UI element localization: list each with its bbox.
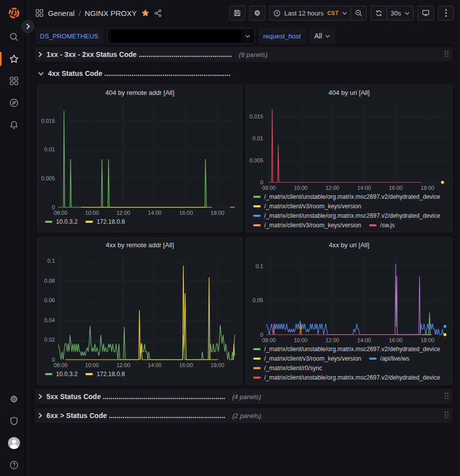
page-title[interactable]: NGINX PROXY	[85, 9, 137, 17]
sidebar-item-configuration[interactable]	[0, 388, 28, 410]
svg-text:08:00: 08:00	[54, 210, 68, 216]
legend-label: /_matrix/client/v3/room_keys/version	[264, 222, 361, 229]
legend-item[interactable]: /_matrix/client/r0/sync	[253, 365, 322, 372]
active-indicator	[0, 52, 1, 66]
sidebar-item-profile[interactable]	[0, 432, 28, 454]
apps-grid-icon[interactable]	[35, 8, 44, 17]
legend-item[interactable]: /_matrix/client/unstable/org.matrix.msc2…	[253, 346, 440, 353]
svg-text:0.06: 0.06	[44, 297, 55, 303]
svg-text:18:00: 18:00	[211, 362, 225, 368]
variable-select-request-host[interactable]: All	[309, 28, 335, 44]
panel-title[interactable]: 4xx by uri [All]	[246, 238, 452, 252]
favorite-star-icon[interactable]	[141, 8, 150, 17]
legend-item[interactable]: /_matrix/client/unstable/org.matrix.msc2…	[253, 374, 440, 381]
save-button[interactable]	[229, 5, 245, 20]
panel-grid: 404 by remote addr [All] 00.0050.010.015…	[37, 85, 453, 385]
svg-text:0.015: 0.015	[249, 113, 263, 119]
row-5xx[interactable]: 5xx Status Code ........................…	[35, 389, 453, 404]
sidebar-item-starred[interactable]	[0, 48, 28, 70]
panel-title[interactable]: 404 by uri [All]	[246, 85, 452, 99]
panel-legend: /_matrix/client/unstable/org.matrix.msc2…	[246, 345, 452, 384]
sidebar-expand-button[interactable]	[21, 20, 34, 33]
svg-text:18:00: 18:00	[421, 337, 435, 343]
variables-bar: DS_PROMETHEUS request_host All	[28, 26, 460, 46]
search-icon	[9, 32, 19, 42]
legend-swatch	[253, 205, 261, 207]
refresh-button[interactable]	[371, 5, 387, 20]
legend-label: /_matrix/client/v3/room_keys/version	[264, 355, 361, 362]
legend-item[interactable]: /_matrix/client/v3/room_keys/version	[253, 203, 361, 210]
dashboard-body: 1xx - 3xx - 2xx Status Code ............…	[28, 46, 460, 476]
chevron-right-icon	[38, 394, 42, 400]
sidebar-item-dashboards[interactable]	[0, 70, 28, 92]
panel-title[interactable]: 404 by remote addr [All]	[38, 85, 242, 99]
legend-item[interactable]: 10.0.3.2	[45, 371, 77, 378]
legend-item[interactable]: /api/live/ws	[369, 355, 410, 362]
legend-label: /api/live/ws	[380, 355, 410, 362]
legend-swatch	[253, 224, 261, 226]
sidebar-item-alerting[interactable]	[0, 114, 28, 136]
svg-text:12:00: 12:00	[116, 362, 130, 368]
chart-canvas[interactable]: 00.050.108:0010:0012:0014:0016:0018:00	[246, 252, 451, 345]
breadcrumb-section[interactable]: General	[48, 9, 74, 17]
row-drag-handle[interactable]	[445, 412, 450, 420]
dashboard-settings-button[interactable]	[249, 5, 265, 20]
legend-item[interactable]: 10.0.3.2	[45, 218, 77, 225]
refresh-icon	[375, 9, 383, 17]
chart-canvas[interactable]: 00.0050.010.01508:0010:0012:0014:0016:00…	[38, 99, 241, 217]
legend-item[interactable]: /sw.js	[369, 222, 395, 229]
row-6xx[interactable]: 6xx > Status Code ......................…	[35, 408, 453, 423]
svg-text:08:00: 08:00	[54, 362, 68, 368]
breadcrumb-separator: /	[78, 9, 80, 17]
cycle-view-mode-button[interactable]	[418, 5, 434, 20]
sidebar-item-server-admin[interactable]	[0, 410, 28, 432]
legend-label: 172.18.0.6	[96, 218, 125, 225]
svg-text:12:00: 12:00	[326, 185, 340, 191]
sidebar-item-help[interactable]	[0, 454, 28, 476]
chevron-right-icon	[26, 23, 30, 29]
save-icon	[233, 9, 241, 17]
main-area: General / NGINX PROXY	[28, 0, 460, 476]
variable-select-ds-prometheus[interactable]	[107, 28, 255, 44]
svg-text:14:00: 14:00	[148, 210, 162, 216]
row-drag-handle[interactable]	[445, 393, 450, 401]
time-picker-button[interactable]: Last 12 hours CST	[269, 5, 351, 20]
shield-icon	[9, 416, 19, 426]
svg-text:10:00: 10:00	[294, 337, 308, 343]
legend-item[interactable]: /_matrix/client/unstable/org.matrix.msc2…	[253, 212, 440, 219]
share-icon[interactable]	[154, 9, 162, 17]
legend-swatch	[85, 373, 93, 375]
row-4xx[interactable]: 4xx Status Code ........................…	[35, 66, 453, 81]
grafana-logo-icon	[7, 6, 20, 19]
timezone-label: CST	[327, 10, 339, 16]
panel-title[interactable]: 4xx by remote addr [All]	[38, 238, 242, 252]
zoom-out-button[interactable]	[351, 5, 367, 20]
legend-item[interactable]: 172.18.0.6	[85, 218, 125, 225]
app-root: General / NGINX PROXY	[0, 0, 460, 476]
chart-canvas[interactable]: 00.020.040.060.080.108:0010:0012:0014:00…	[38, 252, 241, 370]
legend-item[interactable]: /_matrix/client/v3/room_keys/version	[253, 222, 361, 229]
svg-text:16:00: 16:00	[389, 337, 403, 343]
legend-item[interactable]: 172.18.0.6	[85, 371, 125, 378]
sidebar-item-explore[interactable]	[0, 92, 28, 114]
panel-legend: 10.0.3.2172.18.0.6	[38, 217, 242, 232]
refresh-interval-button[interactable]: 30s	[387, 5, 414, 20]
svg-text:12:00: 12:00	[326, 337, 340, 343]
legend-item[interactable]: /_matrix/client/v3/room_keys/version	[253, 355, 361, 362]
row-title: 1xx - 3xx - 2xx Status Code ............…	[46, 50, 232, 58]
row-1xx-3xx-2xx[interactable]: 1xx - 3xx - 2xx Status Code ............…	[35, 47, 453, 62]
legend-label: /_matrix/client/v3/room_keys/version	[264, 203, 361, 210]
panel-legend: /_matrix/client/unstable/org.matrix.msc2…	[246, 192, 452, 232]
more-menu-button[interactable]	[438, 5, 454, 20]
variable-label-ds-prometheus: DS_PROMETHEUS	[35, 28, 103, 44]
dashboards-grid-icon	[9, 76, 19, 86]
row-panel-count: (6 panels)	[239, 51, 268, 58]
monitor-icon	[422, 9, 430, 17]
row-drag-handle[interactable]	[445, 50, 450, 58]
legend-swatch	[85, 221, 93, 223]
legend-item[interactable]: /_matrix/client/unstable/org.matrix.msc2…	[253, 193, 440, 200]
legend-swatch	[253, 377, 261, 379]
svg-text:10:00: 10:00	[294, 185, 308, 191]
svg-text:18:00: 18:00	[211, 210, 225, 216]
chart-canvas[interactable]: 00.0050.010.01508:0010:0012:0014:0016:00…	[246, 99, 451, 192]
